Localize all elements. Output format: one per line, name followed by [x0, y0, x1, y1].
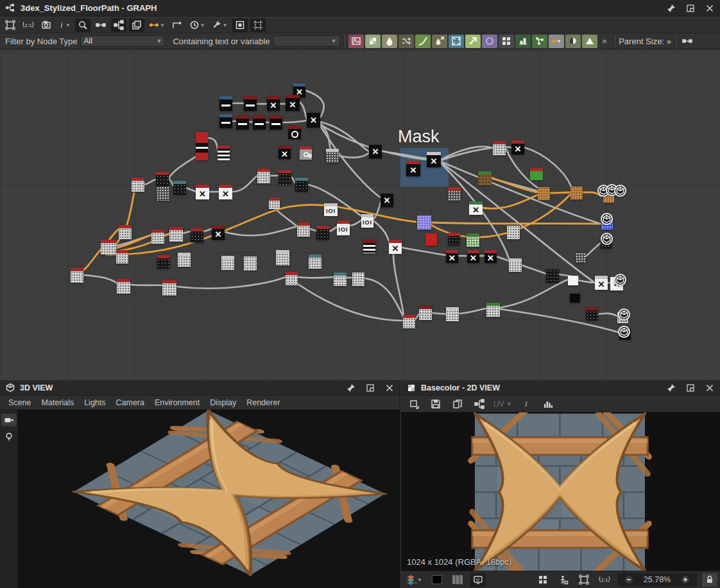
graph-node[interactable]	[326, 149, 339, 163]
graph-hierarchy-icon[interactable]	[111, 19, 126, 32]
save-icon[interactable]	[428, 397, 443, 410]
graph-node[interactable]	[425, 233, 437, 246]
3d-menu-lights[interactable]: Lights	[80, 397, 110, 408]
fit-frame-icon[interactable]	[3, 19, 18, 32]
3d-viewport[interactable]	[0, 410, 400, 588]
output-node-badge[interactable]	[601, 213, 613, 225]
graph-node[interactable]	[244, 96, 257, 111]
graph-node[interactable]: ✕	[267, 96, 280, 111]
graph-node[interactable]	[116, 250, 128, 264]
graph-node[interactable]: ✕	[381, 194, 393, 207]
background-swatch[interactable]	[429, 573, 445, 587]
pin-icon[interactable]	[666, 383, 676, 393]
2d-viewport[interactable]: 1024 x 1024 (RGBA, 16bpc)	[401, 412, 720, 571]
3d-menu-renderer[interactable]: Renderer	[242, 397, 284, 408]
graph-node[interactable]	[467, 233, 479, 247]
filter-blend-icon[interactable]	[382, 35, 397, 48]
graph-node[interactable]	[257, 169, 270, 183]
graph-node[interactable]	[300, 146, 312, 160]
filter-curve-icon[interactable]	[415, 35, 431, 48]
graph-node[interactable]	[244, 256, 257, 271]
graph-node[interactable]	[219, 96, 232, 111]
link-size-icon[interactable]	[680, 35, 695, 48]
compute-time-icon[interactable]: ▼	[187, 19, 207, 32]
graph-node[interactable]	[270, 115, 282, 130]
graph-node[interactable]	[253, 115, 266, 130]
connection-dots-icon[interactable]: ▼	[147, 19, 167, 32]
graph-node[interactable]	[309, 255, 321, 269]
lightbulb-icon[interactable]	[1, 430, 17, 443]
graph-node[interactable]	[493, 141, 506, 155]
filter-shape-icon[interactable]	[482, 35, 497, 48]
channel-layers-icon[interactable]: ▼	[404, 573, 424, 587]
splitter[interactable]	[343, 36, 345, 47]
graph-node[interactable]	[478, 171, 492, 185]
graph-node[interactable]: ✕	[286, 95, 300, 111]
filter-directionalwarp-icon[interactable]	[465, 35, 481, 48]
3d-menu-camera[interactable]: Camera	[112, 397, 149, 408]
graph-node[interactable]: IOI	[361, 214, 373, 228]
graph-node[interactable]	[169, 227, 183, 242]
graph-node[interactable]: ✕	[369, 145, 382, 158]
grayscale-columns-icon[interactable]	[450, 573, 465, 587]
zoom-out-button[interactable]	[621, 573, 637, 587]
graph-node[interactable]	[570, 294, 580, 303]
graph-node[interactable]	[546, 269, 559, 283]
graph-node[interactable]	[276, 250, 289, 265]
zoom-in-button[interactable]	[678, 573, 693, 587]
parent-size-label[interactable]: Parent Size: »	[619, 37, 671, 46]
physical-size-icon[interactable]	[556, 573, 571, 587]
graph-node[interactable]	[132, 178, 144, 192]
filter-normal-icon[interactable]	[532, 35, 547, 48]
filter-node-type-select[interactable]: All▼	[80, 35, 165, 47]
graph-node[interactable]	[363, 240, 375, 253]
graph-node[interactable]: ✕	[595, 276, 608, 290]
graph-node[interactable]	[286, 272, 298, 285]
graph-node[interactable]	[156, 172, 169, 186]
output-node-badge[interactable]	[601, 233, 613, 245]
close-icon[interactable]	[384, 383, 395, 393]
graph-node[interactable]	[196, 132, 208, 160]
graph-node[interactable]: ✕	[212, 226, 225, 240]
graph-node[interactable]	[173, 181, 186, 195]
graph-node[interactable]: ✕	[469, 201, 483, 215]
graph-node[interactable]	[219, 114, 232, 128]
maximize-icon[interactable]	[685, 383, 696, 393]
graph-node[interactable]	[218, 146, 230, 160]
3d-menu-scene[interactable]: Scene	[4, 397, 35, 408]
filter-levels-icon[interactable]	[515, 35, 531, 48]
filter-svg-icon[interactable]	[365, 35, 381, 48]
graph-node[interactable]	[101, 240, 116, 255]
graph-node[interactable]	[117, 279, 130, 294]
graph-node[interactable]	[157, 187, 169, 201]
maximize-icon[interactable]	[365, 383, 375, 393]
filter-blur-icon[interactable]	[432, 35, 447, 48]
copy-icon[interactable]	[450, 397, 465, 410]
actual-size-icon[interactable]: 1:1	[597, 573, 612, 587]
output-node-badge[interactable]	[614, 185, 626, 197]
output-node-badge[interactable]	[618, 326, 630, 338]
3d-menu-display[interactable]: Display	[205, 397, 241, 408]
graph-node[interactable]	[191, 228, 203, 242]
tiling-grid-icon[interactable]	[535, 573, 551, 587]
graph-node[interactable]	[568, 276, 578, 285]
graph-node[interactable]: ✕	[406, 161, 420, 176]
graph-node[interactable]	[178, 253, 191, 267]
graph-node[interactable]	[570, 187, 583, 199]
graph-node[interactable]	[279, 170, 291, 185]
splitter[interactable]	[674, 36, 676, 47]
graph-node[interactable]	[269, 197, 280, 209]
more-filters-button[interactable]: »	[599, 37, 611, 46]
filter-transform-icon[interactable]	[449, 35, 464, 48]
graph-node[interactable]	[419, 306, 432, 320]
graph-node[interactable]	[403, 315, 415, 328]
splitter[interactable]	[613, 36, 615, 47]
close-icon[interactable]	[705, 383, 715, 393]
graph-node[interactable]	[448, 187, 461, 201]
graph-node[interactable]: ✕	[307, 113, 320, 128]
uv-mode-select[interactable]: UV ▼	[493, 399, 512, 408]
graph-node[interactable]	[446, 307, 459, 321]
graph-node[interactable]	[221, 256, 234, 270]
graph-node[interactable]	[162, 280, 176, 296]
link-displayed-icon[interactable]	[93, 19, 108, 32]
